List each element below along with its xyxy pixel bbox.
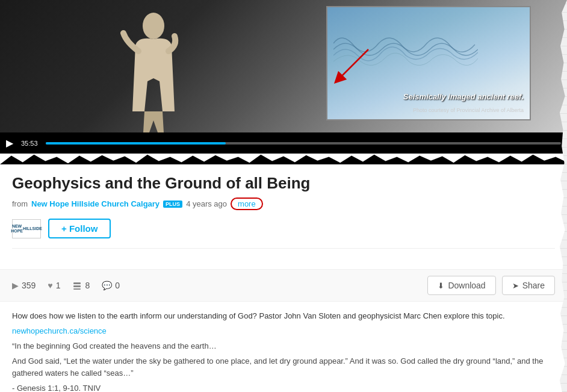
stats-actions: ⬇ Download ➤ Share: [427, 276, 555, 295]
heart-icon: ♥: [48, 281, 52, 290]
time-display: 35:53: [18, 138, 41, 148]
layers-icon: [72, 281, 82, 291]
description-link[interactable]: newhopechurch.ca/science: [12, 325, 555, 338]
person-silhouette: [120, 9, 187, 132]
description-text: How does how we listen to the earth info…: [12, 310, 555, 323]
description-quote1: “In the beginning God created the heaven…: [12, 340, 555, 353]
logo-text-line2: HILLSIDE: [23, 226, 42, 231]
play-button[interactable]: ▶: [6, 137, 13, 149]
content-area: Geophysics and the Ground of all Being f…: [0, 164, 567, 269]
slide-text: Seismically imaged ancient reef.: [403, 92, 524, 101]
video-background: Seismically imaged ancient reef. Photo c…: [0, 0, 567, 132]
collections-stat: 8: [72, 281, 90, 291]
download-button[interactable]: ⬇ Download: [427, 276, 495, 295]
share-button[interactable]: ➤ Share: [502, 276, 555, 295]
stats-bar: ▶ 359 ♥ 1 8 💬 0 ⬇ Download: [0, 269, 567, 302]
comment-icon: 💬: [102, 281, 112, 290]
video-controls[interactable]: ▶ 35:53: [0, 132, 567, 154]
plus-badge: PLUS: [163, 201, 182, 208]
video-player[interactable]: Seismically imaged ancient reef. Photo c…: [0, 0, 567, 154]
follow-section: NEW HOPE HILLSIDE + Follow: [12, 219, 555, 249]
comments-count: 0: [115, 281, 120, 290]
slide-caption: Photo courtesy of Provincial Archive of …: [413, 107, 524, 113]
page-wrapper: Seismically imaged ancient reef. Photo c…: [0, 0, 567, 392]
video-meta: from New Hope Hillside Church Calgary PL…: [12, 198, 555, 210]
progress-bar[interactable]: [46, 142, 561, 145]
share-label: Share: [522, 281, 545, 290]
follow-button[interactable]: + Follow: [48, 219, 111, 238]
more-button[interactable]: more: [231, 198, 263, 210]
share-icon: ➤: [512, 281, 519, 290]
svg-rect-2: [73, 285, 81, 287]
video-title: Geophysics and the Ground of all Being: [12, 174, 555, 193]
likes-count: 1: [56, 281, 61, 290]
likes-stat: ♥ 1: [48, 281, 60, 290]
channel-logo: NEW HOPE HILLSIDE: [12, 219, 41, 238]
comments-stat: 💬 0: [102, 281, 120, 290]
plays-stat: ▶ 359: [12, 281, 36, 290]
collections-count: 8: [85, 281, 90, 290]
description-quote2: And God said, “Let the water under the s…: [12, 355, 555, 381]
svg-rect-1: [73, 282, 81, 284]
svg-rect-3: [73, 288, 81, 290]
from-label: from: [12, 199, 28, 208]
description-area: How does how we listen to the earth info…: [0, 302, 567, 392]
torn-edge-top: [0, 154, 567, 164]
play-count: 359: [22, 281, 36, 290]
slide-area: Seismically imaged ancient reef. Photo c…: [326, 6, 531, 120]
progress-fill: [46, 142, 226, 145]
svg-point-0: [143, 13, 164, 39]
play-icon: ▶: [12, 281, 19, 290]
channel-name[interactable]: New Hope Hillside Church Calgary: [31, 199, 160, 208]
download-icon: ⬇: [438, 281, 444, 290]
time-ago: 4 years ago: [186, 199, 227, 208]
description-quote3: - Genesis 1:1, 9-10. TNIV: [12, 382, 555, 392]
download-label: Download: [448, 281, 485, 290]
logo-text-line1: NEW HOPE: [11, 224, 23, 233]
